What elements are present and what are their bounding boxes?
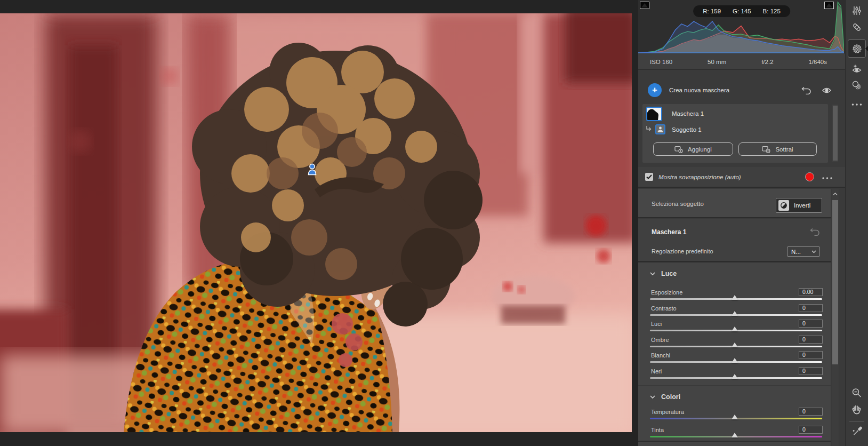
masking-tool-selected[interactable] [848,39,866,58]
slider-value[interactable]: 0 [799,304,823,312]
slider-thumb[interactable] [732,343,738,347]
overlay-color-swatch[interactable] [805,172,814,181]
invert-icon [778,200,789,211]
preset-value: N... [791,249,801,255]
overlay-options-dots-icon[interactable] [822,174,832,180]
slider-thumb[interactable] [732,326,738,331]
slider-thumb[interactable] [732,295,738,300]
color-section-title: Colori [661,393,680,401]
slider-neri: Neri 0 [638,367,831,383]
slider-value[interactable]: 0 [799,336,823,344]
slider-label: Tinta [651,427,664,433]
shadow-clipping-toggle[interactable] [640,2,649,9]
slider-luci: Luci 0 [638,320,831,336]
overlay-checkbox[interactable] [645,173,653,181]
create-mask-label: Crea nuova maschera [669,87,729,93]
slider-label: Neri [651,368,662,375]
overlay-toggle-row: Mostra sovrapposizione (auto) [638,167,845,188]
edit-panel: R: 159 G: 145 B: 125 ISO 160 50 mm f/2.2… [638,0,845,446]
slider-thumb[interactable] [732,415,738,419]
presets-icon[interactable] [851,80,862,92]
slider-label: Contrasto [651,305,677,312]
panel-collapse-arrow-icon[interactable] [865,46,868,51]
light-section-header[interactable]: Luce [650,270,677,277]
photo-canvas [0,13,632,432]
camera-raw-window: R: 159 G: 145 B: 125 ISO 160 50 mm f/2.2… [0,0,868,446]
chevron-down-icon [650,272,655,276]
chevron-down-icon [650,395,655,399]
rgb-r-value: R: 159 [703,8,721,14]
mask-thumbnail[interactable] [646,107,662,121]
slider-value[interactable]: 0 [799,320,823,328]
overlay-label: Mostra sovrapposizione (auto) [658,174,741,180]
light-section-title: Luce [661,270,677,277]
highlight-clipping-toggle[interactable] [824,2,834,9]
preset-label: Regolazione predefinito [652,248,713,254]
reset-mask-icon[interactable] [801,86,811,94]
reset-adjustments-icon[interactable] [810,228,820,237]
photo-with-red-mask-overlay [0,13,632,432]
slider-value[interactable]: 0 [799,351,823,359]
slider-value[interactable]: 0 [799,426,823,434]
scroll-up-arrow-icon[interactable] [832,190,839,197]
iso-value: ISO 160 [650,59,672,65]
slider-contrasto: Contrasto 0 [638,304,831,320]
create-mask-row: + Crea nuova maschera [638,79,845,101]
slider-label: Temperatura [651,409,684,415]
zoom-tool-icon[interactable] [852,388,862,399]
mask-list: Maschera 1 Soggetto 1 Aggiungi [642,104,828,163]
hand-tool-icon[interactable] [851,404,862,416]
slider-thumb[interactable] [732,358,738,363]
subject-mask-pin-icon[interactable] [308,163,317,176]
slider-label: Ombre [651,337,669,343]
tool-divider [849,421,864,422]
healing-brush-icon[interactable] [851,22,862,34]
rgb-b-value: B: 125 [763,8,781,14]
mask-visibility-eye-icon[interactable] [822,87,831,94]
slider-thumb[interactable] [732,311,738,316]
color-section: Colori Temperatura 0 Tinta 0 [638,386,831,446]
section-divider [638,441,831,442]
preset-dropdown[interactable]: N... [787,246,820,257]
aperture-value: f/2.2 [761,59,773,65]
color-section-header[interactable]: Colori [650,393,680,401]
slider-label: Esposizione [651,289,682,296]
chevron-down-icon [811,250,816,253]
shutter-speed-value: 1/640s [808,59,827,65]
add-to-mask-button[interactable]: Aggiungi [653,142,733,156]
slider-value[interactable]: 0 [799,367,823,375]
mask-list-scrollbar[interactable] [832,105,838,162]
scrollbar-thumb[interactable] [832,200,838,364]
invert-label: Inverti [794,202,810,209]
red-eye-tool-icon[interactable] [852,64,862,75]
mask-settings-header: Maschera 1 Regolazione predefinito N... [638,219,831,262]
slider-label: Bianchi [651,352,670,359]
focal-length-value: 50 mm [708,59,726,65]
slider-label: Luci [651,321,662,327]
edit-sliders-icon[interactable] [852,6,862,17]
white-balance-eyedropper-icon[interactable] [851,425,862,437]
subject-component-label[interactable]: Soggetto 1 [672,126,702,133]
slider-thumb[interactable] [732,433,738,437]
create-mask-button[interactable]: + [648,83,662,97]
selected-tool-section: Seleziona soggetto Inverti [638,189,831,218]
mask-item-label[interactable]: Maschera 1 [672,110,704,117]
invert-mask-button[interactable]: Inverti [776,198,822,213]
add-to-mask-label: Aggiungi [688,146,712,153]
slider-thumb[interactable] [732,374,738,379]
slider-ombre: Ombre 0 [638,336,831,352]
subtract-from-mask-label: Sottrai [775,146,793,153]
light-section: Luce Esposizione 0.00 Contrasto 0 Luci 0 [638,263,831,385]
histogram: R: 159 G: 145 B: 125 [638,0,845,53]
subject-component-icon[interactable] [655,124,665,134]
subtract-from-mask-button[interactable]: Sottrai [738,142,817,156]
tool-column [845,0,868,446]
more-tools-dots-icon[interactable] [851,100,862,107]
slider-value[interactable]: 0 [799,408,823,416]
slider-value[interactable]: 0.00 [799,288,823,296]
rgb-readout: R: 159 G: 145 B: 125 [693,5,790,17]
slider-bianchi: Bianchi 0 [638,351,831,367]
slider-temperatura: Temperatura 0 [638,408,831,426]
panel-scrollbar[interactable] [832,189,839,446]
select-subject-label: Seleziona soggetto [652,201,704,207]
